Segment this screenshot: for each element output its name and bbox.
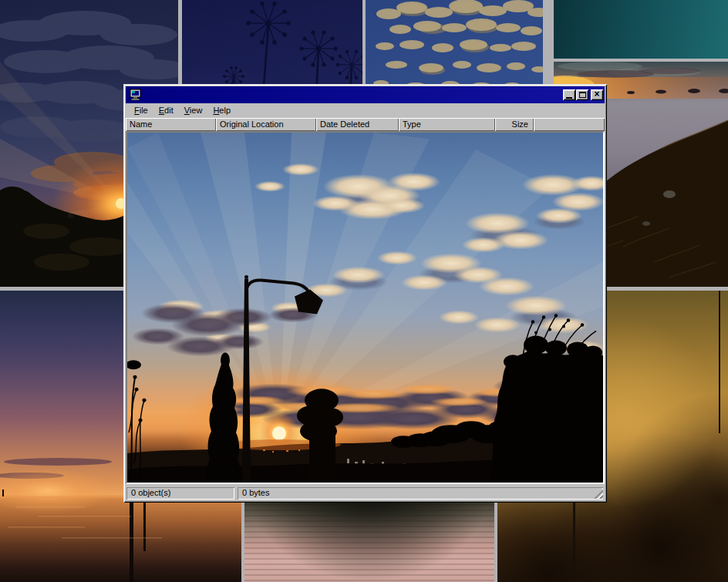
list-column-headers: Name Original Location Date Deleted Type…	[126, 118, 605, 131]
titlebar[interactable]: ×	[126, 86, 605, 103]
plant-stalk	[573, 499, 575, 582]
menu-help[interactable]: Help	[207, 104, 236, 117]
column-header-name[interactable]: Name	[126, 118, 216, 131]
column-header-type[interactable]: Type	[399, 118, 495, 131]
maximize-button[interactable]	[576, 89, 588, 100]
maximize-icon	[579, 92, 586, 98]
menu-view[interactable]: View	[179, 104, 208, 117]
close-button[interactable]: ×	[591, 89, 603, 100]
menu-edit[interactable]: Edit	[153, 104, 179, 117]
status-bar: 0 object(s) 0 bytes	[126, 484, 605, 500]
status-size: 0 bytes	[238, 487, 603, 500]
close-icon: ×	[594, 90, 599, 98]
column-header-original-location[interactable]: Original Location	[216, 118, 316, 131]
tile-gap	[554, 59, 728, 62]
sunset-lamp-photo	[127, 133, 603, 483]
menu-file[interactable]: File	[129, 104, 153, 117]
computer-icon[interactable]	[129, 89, 143, 101]
column-header-filler	[534, 118, 605, 131]
menu-bar: File Edit View Help	[126, 103, 605, 118]
bg-teal-sky-photo	[554, 0, 728, 59]
column-header-size[interactable]: Size	[495, 118, 534, 131]
plant-stalk	[719, 291, 720, 433]
column-header-date-deleted[interactable]: Date Deleted	[316, 118, 399, 131]
status-object-count: 0 object(s)	[126, 487, 234, 500]
list-view-area[interactable]	[126, 131, 605, 484]
minimize-button[interactable]	[563, 89, 575, 100]
minimize-icon	[566, 97, 572, 99]
recycle-bin-window: × File Edit View Help Name Original Loca…	[123, 84, 607, 503]
desktop: × File Edit View Help Name Original Loca…	[0, 0, 728, 582]
